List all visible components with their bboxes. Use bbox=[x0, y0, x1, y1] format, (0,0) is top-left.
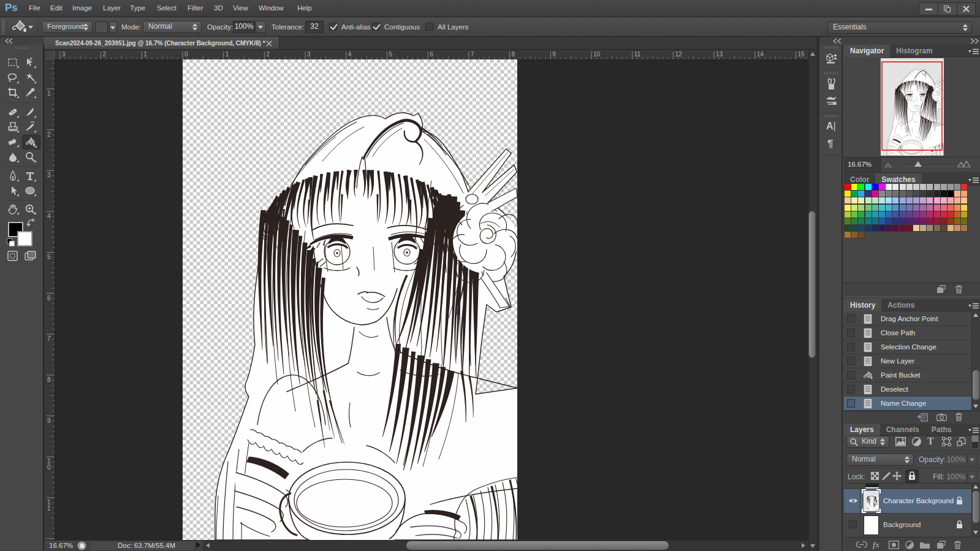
svg-text:10: 10 bbox=[593, 51, 601, 58]
svg-text:12: 12 bbox=[675, 51, 682, 58]
svg-text:13: 13 bbox=[716, 51, 723, 58]
svg-text:0: 0 bbox=[47, 464, 51, 471]
svg-text:8: 8 bbox=[512, 51, 515, 58]
svg-text:7: 7 bbox=[47, 335, 51, 342]
svg-text:1: 1 bbox=[47, 505, 51, 512]
svg-text:15: 15 bbox=[798, 51, 805, 58]
svg-text:0: 0 bbox=[184, 51, 188, 58]
svg-text:4: 4 bbox=[348, 51, 352, 58]
svg-text:5: 5 bbox=[47, 254, 51, 260]
svg-text:2: 2 bbox=[266, 51, 270, 58]
svg-text:8: 8 bbox=[47, 376, 51, 383]
svg-text:3: 3 bbox=[307, 51, 311, 58]
svg-text:9: 9 bbox=[552, 51, 556, 58]
svg-text:4: 4 bbox=[47, 213, 51, 219]
svg-text:5: 5 bbox=[389, 51, 393, 58]
svg-text:1: 1 bbox=[143, 51, 147, 58]
svg-text:1: 1 bbox=[47, 90, 51, 97]
svg-text:6: 6 bbox=[47, 295, 51, 302]
svg-text:6: 6 bbox=[430, 51, 433, 58]
svg-text:3: 3 bbox=[62, 51, 66, 58]
svg-text:11: 11 bbox=[634, 51, 641, 58]
svg-text:3: 3 bbox=[47, 172, 51, 178]
svg-text:9: 9 bbox=[47, 417, 51, 424]
svg-text:2: 2 bbox=[47, 131, 51, 138]
svg-text:7: 7 bbox=[471, 51, 474, 58]
svg-text:1: 1 bbox=[226, 51, 229, 58]
svg-text:2: 2 bbox=[103, 51, 107, 58]
svg-text:14: 14 bbox=[757, 51, 764, 58]
